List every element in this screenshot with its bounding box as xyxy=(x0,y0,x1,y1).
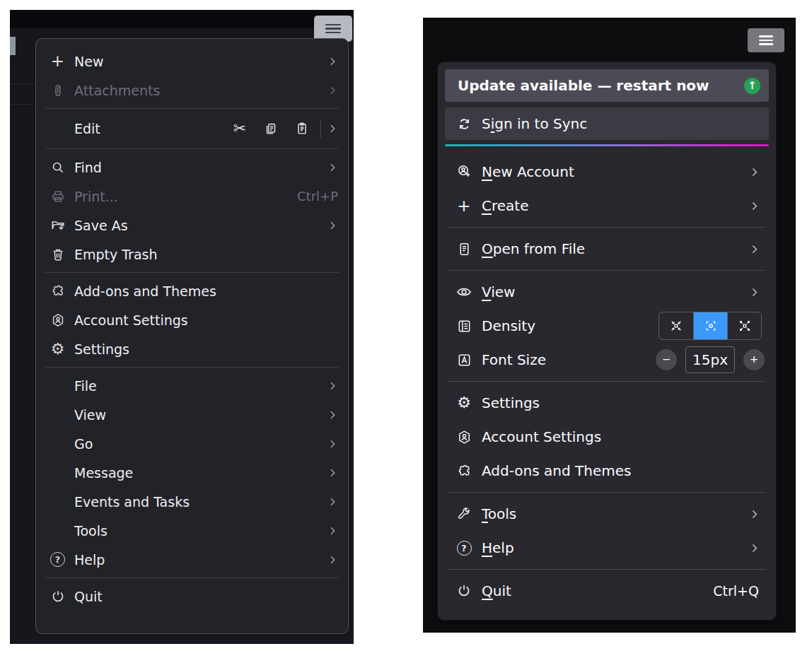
menu-item-addons[interactable]: Add-ons and Themes xyxy=(445,454,769,488)
menu-item-label: Edit xyxy=(74,121,224,136)
menu-item-open-from-file[interactable]: Open from File xyxy=(445,232,769,266)
menu-item-label: Help xyxy=(74,552,327,568)
menu-item-label: Open from File xyxy=(482,240,748,257)
menu-item-tools[interactable]: Tools xyxy=(36,516,348,545)
update-banner-label: Update available — restart now xyxy=(458,77,744,94)
menu-separator xyxy=(448,227,766,228)
menu-item-label: Add-ons and Themes xyxy=(74,283,338,299)
chevron-right-icon xyxy=(327,123,338,134)
menu-item-label: Save As xyxy=(74,218,327,233)
chevron-right-icon xyxy=(748,542,760,554)
menu-item-label: Help xyxy=(482,539,748,556)
chevron-right-icon xyxy=(748,200,760,212)
save-as-folder-icon xyxy=(48,218,67,233)
density-compact-button[interactable] xyxy=(659,312,693,339)
background-ui-fragment xyxy=(10,37,16,55)
menu-item-help[interactable]: ? Help xyxy=(36,545,348,574)
app-menu-popup: Update available — restart now ↑ Sign in… xyxy=(437,61,777,621)
chevron-right-icon xyxy=(327,380,338,392)
background-divider xyxy=(10,83,35,84)
menu-item-label: Settings xyxy=(482,394,765,411)
menu-item-attachments: Attachments xyxy=(36,76,348,105)
titlebar xyxy=(10,10,354,28)
menu-item-create[interactable]: + Create xyxy=(445,189,769,223)
menu-item-find[interactable]: Find xyxy=(36,153,348,182)
menu-item-help[interactable]: ? Help xyxy=(445,531,769,565)
copy-icon[interactable] xyxy=(255,121,286,136)
menu-item-settings[interactable]: ⚙ Settings xyxy=(445,386,769,420)
menu-item-label: Find xyxy=(74,160,327,175)
menu-item-label: New Account xyxy=(482,163,748,180)
menu-item-print: Print... Ctrl+P xyxy=(36,182,348,211)
menu-item-file[interactable]: File xyxy=(36,371,348,400)
menu-item-account-settings[interactable]: Account Settings xyxy=(36,305,348,334)
menu-item-label: Print... xyxy=(74,189,297,204)
chevron-right-icon xyxy=(748,286,760,298)
trash-icon xyxy=(48,247,67,262)
menu-item-label: Density xyxy=(482,317,659,334)
menu-item-label: View xyxy=(74,407,327,423)
menu-item-label: New xyxy=(74,54,327,69)
chevron-right-icon xyxy=(327,554,338,565)
chevron-right-icon xyxy=(327,496,338,508)
chevron-right-icon xyxy=(327,85,338,96)
density-relaxed-button[interactable] xyxy=(727,312,761,339)
menu-item-edit[interactable]: Edit ✂ xyxy=(36,112,348,145)
cut-icon[interactable]: ✂ xyxy=(224,121,255,136)
menu-item-quit[interactable]: Quit xyxy=(36,582,348,611)
font-size-icon xyxy=(455,352,473,368)
eye-icon xyxy=(455,283,473,300)
menu-item-addons[interactable]: Add-ons and Themes xyxy=(36,276,348,305)
menu-separator xyxy=(45,367,339,368)
menu-item-save-as[interactable]: Save As xyxy=(36,211,348,240)
menu-item-label: Font Size xyxy=(482,351,656,368)
chevron-right-icon xyxy=(327,409,338,421)
power-icon xyxy=(455,583,473,599)
menu-item-account-settings[interactable]: Account Settings xyxy=(445,420,769,454)
paste-icon[interactable] xyxy=(286,121,318,136)
chevron-right-icon xyxy=(327,220,338,231)
menu-item-tools[interactable]: Tools xyxy=(445,497,769,531)
menu-separator xyxy=(45,148,339,149)
menu-item-label: Quit xyxy=(74,589,338,604)
chevron-right-icon xyxy=(327,162,338,173)
menu-item-label: Quit xyxy=(482,582,713,599)
app-menu-button[interactable] xyxy=(748,28,784,52)
gear-icon: ⚙ xyxy=(455,395,473,411)
menu-item-go[interactable]: Go xyxy=(36,429,348,458)
shortcut-label: Ctrl+Q xyxy=(713,583,759,599)
font-size-decrease-button[interactable]: − xyxy=(656,349,677,370)
menu-item-label: Create xyxy=(482,197,748,214)
thunderbird-window: + New Attachments Edit ✂ Find P xyxy=(10,10,354,644)
font-size-value[interactable]: 15px xyxy=(685,346,735,373)
menu-item-label: Sign in to Sync xyxy=(482,115,587,132)
menu-item-label: Attachments xyxy=(74,83,327,98)
shortcut-label: Ctrl+P xyxy=(297,189,338,204)
search-icon xyxy=(48,160,67,175)
menu-separator xyxy=(45,272,339,273)
update-banner[interactable]: Update available — restart now ↑ xyxy=(445,69,769,102)
menu-item-new-account[interactable]: New Account xyxy=(445,155,769,189)
menu-item-sign-in-to-sync[interactable]: Sign in to Sync xyxy=(445,107,769,140)
menu-item-quit[interactable]: Quit Ctrl+Q xyxy=(445,574,769,608)
menu-separator xyxy=(448,569,766,570)
menu-item-new[interactable]: + New xyxy=(36,47,348,76)
menu-item-settings[interactable]: ⚙ Settings xyxy=(36,334,348,363)
sync-icon xyxy=(455,116,473,132)
power-icon xyxy=(48,589,67,604)
font-size-increase-button[interactable]: + xyxy=(743,349,765,370)
menu-item-view[interactable]: View xyxy=(36,400,348,429)
density-icon xyxy=(455,318,473,334)
puzzle-icon xyxy=(455,463,473,479)
chevron-right-icon xyxy=(327,56,338,67)
menu-item-label: Empty Trash xyxy=(74,247,338,262)
menu-item-font-size: Font Size − 15px + xyxy=(445,343,769,377)
menu-item-events-and-tasks[interactable]: Events and Tasks xyxy=(36,487,348,516)
menu-item-label: Add-ons and Themes xyxy=(482,462,765,479)
menu-separator xyxy=(448,270,766,271)
chevron-right-icon xyxy=(748,508,760,520)
density-default-button[interactable] xyxy=(693,312,727,339)
menu-item-empty-trash[interactable]: Empty Trash xyxy=(36,240,348,269)
menu-item-message[interactable]: Message xyxy=(36,458,348,487)
menu-item-view[interactable]: View xyxy=(445,275,769,309)
